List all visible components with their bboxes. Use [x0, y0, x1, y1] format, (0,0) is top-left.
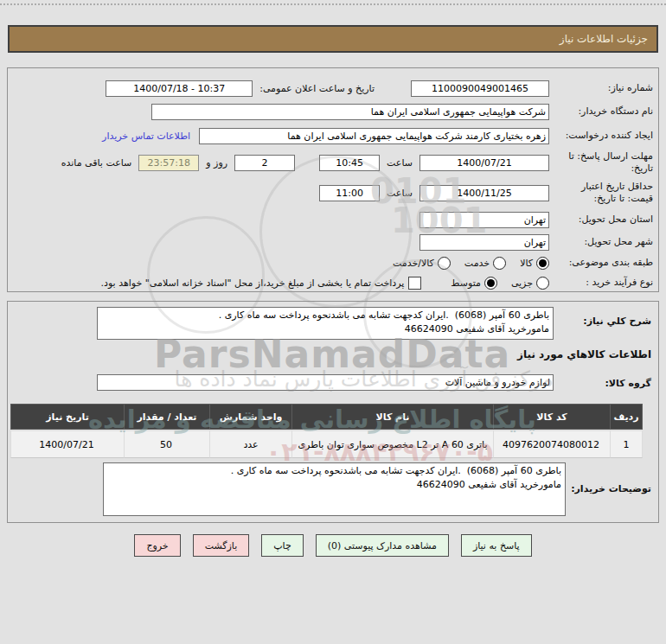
radio-medium[interactable] [484, 277, 497, 290]
need-number-input[interactable] [411, 80, 549, 97]
radio-service[interactable] [493, 257, 506, 270]
radio-goods-service[interactable] [438, 257, 451, 270]
buyer-org-label: نام دستگاه خریدار: [549, 105, 653, 118]
buyer-notes-textarea[interactable]: باطری 60 آمپر (6068) .ایران کدجهت تشابه … [103, 462, 566, 516]
request-creator-label: ایجاد کننده درخواست: [549, 130, 653, 142]
classification-label: طبقه بندی موضوعی: [549, 257, 653, 269]
cell-quantity: 50 [124, 430, 209, 458]
delivery-city-label: شهر محل تحویل: [549, 236, 653, 248]
radio-goods-label: کالا [520, 258, 533, 269]
hours-remaining-label: ساعت باقی مانده [61, 157, 132, 169]
goods-group-input[interactable] [97, 374, 554, 391]
delivery-city-row: شهر محل تحویل: [8, 231, 658, 253]
process-type-label: نوع فرآیند خرید : [549, 277, 653, 289]
buyer-org-row: نام دستگاه خریدار: [8, 99, 658, 124]
view-attachments-button[interactable]: مشاهده مدارک پیوستی (0) [316, 534, 449, 557]
classification-row: طبقه بندی موضوعی: کالا خدمت کالا/خدمت [8, 253, 658, 272]
radio-goods-service-label: کالا/خدمت [393, 258, 434, 269]
col-header-row: ردیف [610, 404, 643, 430]
back-button[interactable]: بازگشت [193, 534, 250, 557]
response-deadline-row: مهلت ارسال پاسخ: تا تاریخ: ساعت روز و 23… [8, 148, 658, 177]
need-number-row: شماره نیاز: تاریخ و ساعت اعلان عمومی: [8, 77, 658, 99]
page-title: جزئیات اطلاعات نیاز [560, 33, 648, 45]
delivery-province-label: استان محل تحویل: [549, 214, 653, 226]
action-buttons-row: پاسخ به نیاز مشاهده مدارک پیوستی (0) چاپ… [0, 534, 666, 557]
top-dotted-divider [0, 3, 666, 5]
days-and-label: روز و [206, 157, 227, 169]
print-button[interactable]: چاپ [261, 534, 304, 557]
cell-need-date: 1400/07/21 [10, 430, 124, 458]
col-header-qty: تعداد / مقدار [124, 404, 209, 430]
radio-service-label: خدمت [464, 258, 490, 269]
days-remaining-input[interactable] [234, 155, 295, 171]
col-header-code: کد کالا [493, 404, 610, 430]
validity-time-input[interactable] [319, 185, 380, 201]
treasury-checkbox-label: پرداخت تمام یا بخشی از مبلغ خرید،از محل … [101, 277, 405, 289]
need-info-panel: شماره نیاز: تاریخ و ساعت اعلان عمومی: نا… [7, 67, 659, 292]
deadline-time-input[interactable] [319, 155, 380, 171]
delivery-city-input[interactable] [419, 234, 549, 251]
respond-to-need-button[interactable]: پاسخ به نیاز [461, 534, 532, 557]
request-creator-input[interactable] [199, 128, 549, 144]
price-validity-label: حداقل تاریخ اعتبار قیمت: تا تاریخ: [549, 181, 653, 206]
treasury-checkbox[interactable] [408, 277, 421, 290]
deadline-date-input[interactable] [419, 155, 549, 171]
exit-button[interactable]: خروج [134, 534, 180, 557]
delivery-province-row: استان محل تحویل: [8, 208, 658, 231]
radio-medium-label: متوسط [451, 277, 481, 289]
cell-unit: عدد [209, 430, 291, 458]
buyer-notes-label: توضیحات خریدار: [558, 483, 651, 494]
cell-product-name: باتری 60 A تر L2 مخصوص سواری توان باطری [291, 430, 493, 458]
validity-hour-label: ساعت [387, 188, 413, 199]
goods-table-header-row: ردیف کد کالا نام کالا واحد شمارش تعداد /… [10, 404, 643, 430]
radio-partial[interactable] [536, 277, 549, 290]
announce-datetime-input[interactable] [106, 80, 253, 97]
cell-row-number: 1 [610, 430, 643, 458]
goods-table-row: 1 4097620074080012 باتری 60 A تر L2 مخصو… [10, 430, 643, 458]
process-type-row: نوع فرآیند خرید : جزیی متوسط پرداخت تمام… [8, 272, 658, 293]
goods-info-panel: شرح کلي نیاز: باطری 60 آمپر (6068) .ایرا… [7, 301, 659, 523]
countdown-timer: 23:57:18 [138, 155, 199, 171]
request-creator-row: ایجاد کننده درخواست: اطلاعات تماس خریدار [8, 124, 658, 148]
buyer-contact-link[interactable]: اطلاعات تماس خریدار [102, 131, 190, 142]
radio-goods[interactable] [536, 257, 549, 270]
col-header-name: نام کالا [291, 404, 493, 430]
price-validity-row: حداقل تاریخ اعتبار قیمت: تا تاریخ: ساعت [8, 177, 658, 208]
col-header-date: تاریخ نیاز [10, 404, 124, 430]
announce-datetime-label: تاریخ و ساعت اعلان عمومی: [259, 83, 375, 94]
need-number-label: شماره نیاز: [549, 82, 653, 94]
col-header-unit: واحد شمارش [209, 404, 291, 430]
goods-section-title: اطلاعات کالاهاي مورد نیاز [517, 348, 651, 360]
buyer-org-input[interactable] [151, 104, 549, 120]
general-description-textarea[interactable]: باطری 60 آمپر (6068) .ایران کدجهت تشابه … [97, 307, 554, 340]
goods-table: ردیف کد کالا نام کالا واحد شمارش تعداد /… [10, 404, 643, 458]
need-details-page: جزئیات اطلاعات نیاز شماره نیاز: تاریخ و … [0, 0, 666, 644]
general-description-label: شرح کلي نیاز: [558, 316, 651, 327]
radio-partial-label: جزیی [511, 277, 533, 289]
delivery-province-input[interactable] [419, 212, 549, 228]
response-deadline-label: مهلت ارسال پاسخ: تا تاریخ: [549, 150, 653, 175]
cell-product-code: 4097620074080012 [493, 430, 610, 458]
validity-date-input[interactable] [419, 185, 549, 201]
deadline-hour-label: ساعت [387, 157, 413, 169]
goods-group-label: گروه کالا: [605, 378, 651, 389]
page-title-bar: جزئیات اطلاعات نیاز [8, 25, 658, 53]
